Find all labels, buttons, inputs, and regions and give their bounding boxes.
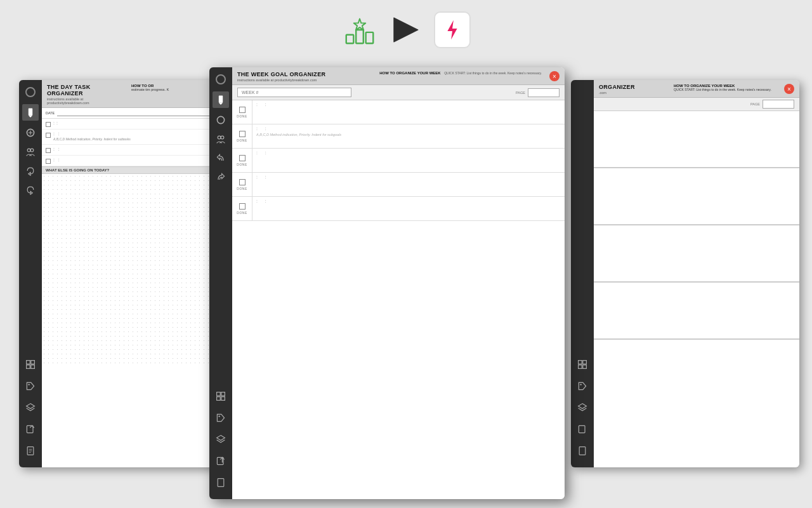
center-quick-start: QUICK START: List things to do in the we… (444, 71, 542, 75)
left-doc-content: THE DAY TASK ORGANIZER instructions avai… (42, 80, 216, 467)
center-toolbar-undo-icon[interactable] (214, 151, 228, 165)
left-doc-how-to-detail: estimate tim progress. K (131, 88, 169, 92)
weekly-task-content-5: : : (252, 197, 565, 220)
svg-rect-38 (579, 365, 582, 369)
svg-rect-18 (27, 425, 33, 432)
weekly-checkbox-4[interactable] (239, 179, 246, 185)
svg-point-40 (580, 384, 581, 385)
svg-rect-0 (346, 35, 354, 44)
right-page-num-box[interactable] (763, 100, 794, 109)
right-toolbar-export-icon[interactable] (577, 424, 587, 437)
svg-rect-36 (579, 361, 582, 364)
svg-point-17 (28, 384, 29, 385)
task-content-1: : : (53, 121, 212, 126)
center-toolbar-layers-icon[interactable] (216, 434, 226, 447)
toolbar-layers-bottom-icon[interactable] (25, 403, 36, 415)
done-label-2: DONE (237, 138, 247, 142)
svg-rect-23 (219, 96, 223, 103)
date-input[interactable] (57, 110, 212, 116)
toolbar-persons-icon[interactable] (23, 145, 37, 159)
svg-rect-1 (356, 30, 363, 43)
right-doc-content: ORGANIZER .com HOW TO ORGANIZE YOUR WEEK… (594, 80, 799, 467)
center-doc-subtitle: instructions available at productivitybr… (237, 78, 376, 82)
task-time-1: : : (53, 121, 212, 125)
right-doc-subtitle: .com (599, 91, 670, 95)
right-section-1 (594, 111, 799, 168)
svg-rect-6 (29, 109, 32, 116)
center-toolbar-redo-icon[interactable] (214, 170, 228, 184)
center-toolbar-tag-icon[interactable] (216, 413, 226, 425)
left-doc-dotted-area (42, 174, 216, 364)
weekly-task-content-4: : : (252, 173, 565, 196)
toolbar-tag-bottom-icon[interactable] (25, 381, 36, 394)
svg-rect-29 (221, 392, 225, 396)
left-doc-instructions: HOW TO OR estimate tim progress. K (131, 84, 211, 92)
center-toolbar-pencil-icon[interactable] (213, 91, 229, 108)
weekly-time-3: : : (256, 150, 561, 155)
page-num-row: PAGE (516, 88, 560, 97)
svg-rect-42 (579, 447, 586, 455)
task-content-3: : : (53, 147, 212, 152)
toolbar-doc-bottom-icon[interactable] (25, 446, 36, 458)
week-input[interactable] (237, 88, 351, 97)
weekly-checkbox-3[interactable] (239, 155, 246, 161)
toolbar-circle-icon[interactable] (23, 85, 37, 99)
task-checkbox-1[interactable] (46, 122, 51, 127)
close-button-center[interactable]: × (549, 71, 560, 81)
toolbar-export-bottom-icon[interactable] (25, 424, 36, 437)
day-task-organizer-doc: THE DAY TASK ORGANIZER instructions avai… (19, 80, 216, 467)
weekly-task-label-3: DONE (232, 149, 252, 172)
task-checkbox-3[interactable] (46, 148, 51, 153)
weekly-task-row-4: DONE : : (232, 173, 565, 197)
right-toolbar-doc-icon[interactable] (577, 446, 587, 458)
svg-marker-5 (447, 20, 457, 39)
task-time-4: : : (53, 157, 212, 162)
done-label-4: DONE (237, 187, 247, 190)
weekly-checkbox-1[interactable] (239, 107, 246, 113)
center-toolbar-export-icon[interactable] (216, 456, 226, 469)
svg-marker-3 (354, 19, 366, 30)
weekly-task-content-1: : : (252, 100, 565, 124)
weekly-task-label-2: DONE (232, 124, 252, 148)
weekly-checkbox-2[interactable] (239, 131, 246, 137)
date-label: DATE (46, 111, 55, 115)
done-label-5: DONE (237, 211, 247, 215)
task-checkbox-4[interactable] (46, 159, 51, 164)
toolbar-grid-bottom-icon[interactable] (25, 359, 36, 372)
left-doc-subtitle: instructions available at productivitybr… (47, 97, 126, 105)
toolbar-redo-icon[interactable] (23, 183, 37, 197)
left-doc-date-row: DATE (42, 108, 216, 119)
task-checkbox-2[interactable] (46, 133, 51, 138)
left-doc-title: THE DAY TASK ORGANIZER (47, 84, 126, 97)
center-how-to-label: HOW TO ORGANIZE YOUR WEEK (379, 71, 440, 75)
center-toolbar-circle-icon[interactable] (214, 72, 228, 86)
center-toolbar-persons-icon[interactable] (214, 132, 228, 146)
right-toolbar-grid-icon[interactable] (577, 359, 587, 372)
center-toolbar-edit-icon[interactable] (214, 113, 228, 127)
right-doc-title: ORGANIZER (599, 84, 670, 90)
task-note-2: A,B,C,D Method indication, Priority. Ind… (53, 137, 212, 141)
toolbar-undo-icon[interactable] (23, 164, 37, 178)
svg-marker-7 (29, 116, 32, 117)
right-toolbar-layers-icon[interactable] (577, 403, 587, 415)
center-toolbar-doc-icon[interactable] (216, 478, 226, 490)
task-row-1: : : (42, 119, 216, 130)
right-toolbar-tag-icon[interactable] (577, 381, 587, 394)
svg-rect-30 (217, 397, 221, 401)
svg-rect-28 (217, 392, 221, 396)
weekly-checkbox-5[interactable] (239, 203, 246, 210)
center-doc-toolbar (209, 67, 232, 499)
task-row-4: : : (42, 156, 216, 166)
close-button-right[interactable]: × (784, 84, 794, 94)
center-toolbar-grid-icon[interactable] (216, 391, 226, 404)
svg-rect-16 (31, 365, 35, 369)
weekly-time-5: : : (256, 199, 561, 203)
toolbar-pencil-icon[interactable] (22, 104, 39, 121)
page-num-box[interactable] (528, 88, 560, 97)
weekly-task-content-2: : : A,B,C,D Method indication, Priority.… (252, 124, 565, 148)
send-icon (391, 15, 421, 45)
toolbar-edit-icon[interactable] (23, 126, 37, 140)
svg-point-12 (30, 149, 34, 152)
bolt-icon (434, 11, 471, 48)
right-section-4 (594, 283, 799, 340)
